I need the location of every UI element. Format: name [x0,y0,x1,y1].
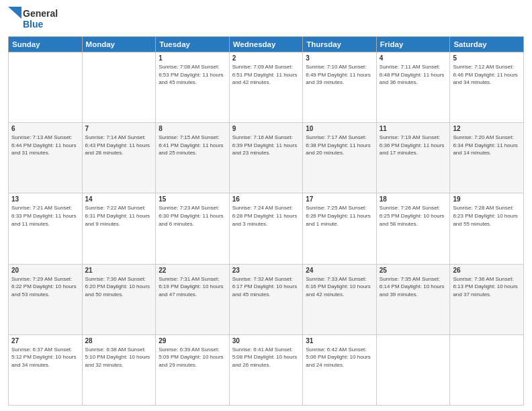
day-number: 20 [11,267,79,274]
day-number: 8 [159,125,226,132]
day-number: 5 [453,54,521,62]
day-detail: Sunrise: 6:38 AM Sunset: 5:10 PM Dayligh… [85,346,153,369]
day-detail: Sunrise: 7:15 AM Sunset: 6:41 PM Dayligh… [159,134,226,157]
day-header: Tuesday [156,37,230,52]
calendar-cell: 29Sunrise: 6:39 AM Sunset: 5:09 PM Dayli… [156,334,230,405]
day-number: 4 [380,54,447,62]
day-detail: Sunrise: 7:16 AM Sunset: 6:39 PM Dayligh… [232,134,300,157]
day-header: Saturday [450,37,524,52]
day-number: 23 [232,267,300,274]
header: General Blue [8,7,524,31]
day-detail: Sunrise: 7:24 AM Sunset: 6:28 PM Dayligh… [232,204,300,228]
calendar-cell: 13Sunrise: 7:21 AM Sunset: 6:33 PM Dayli… [9,193,83,264]
calendar-cell: 8Sunrise: 7:15 AM Sunset: 6:41 PM Daylig… [156,123,230,193]
calendar-cell: 16Sunrise: 7:24 AM Sunset: 6:28 PM Dayli… [229,193,303,264]
logo-line2: Blue [23,19,58,30]
day-detail: Sunrise: 7:23 AM Sunset: 6:30 PM Dayligh… [159,204,226,228]
calendar-cell [9,52,83,123]
day-detail: Sunrise: 7:29 AM Sunset: 6:22 PM Dayligh… [11,275,79,299]
calendar-week-row: 20Sunrise: 7:29 AM Sunset: 6:22 PM Dayli… [9,264,524,334]
day-number: 11 [380,125,447,132]
calendar-cell: 18Sunrise: 7:26 AM Sunset: 6:25 PM Dayli… [376,193,450,264]
calendar-cell: 19Sunrise: 7:28 AM Sunset: 6:23 PM Dayli… [450,193,524,264]
calendar-cell: 15Sunrise: 7:23 AM Sunset: 6:30 PM Dayli… [156,193,230,264]
day-number: 10 [306,125,373,132]
day-header: Thursday [303,37,377,52]
calendar-cell: 7Sunrise: 7:14 AM Sunset: 6:43 PM Daylig… [82,123,156,193]
calendar-cell: 17Sunrise: 7:25 AM Sunset: 6:26 PM Dayli… [303,193,377,264]
day-detail: Sunrise: 7:22 AM Sunset: 6:31 PM Dayligh… [85,204,153,228]
calendar-cell: 26Sunrise: 7:36 AM Sunset: 6:13 PM Dayli… [450,264,524,334]
calendar-table: SundayMondayTuesdayWednesdayThursdayFrid… [8,36,524,406]
day-number: 6 [11,125,79,132]
logo: General Blue [8,7,58,31]
logo-line1: General [23,8,58,19]
day-header: Sunday [9,37,83,52]
day-number: 3 [306,54,373,62]
svg-marker-0 [8,7,21,19]
day-number: 28 [85,337,153,345]
calendar-week-row: 27Sunrise: 6:37 AM Sunset: 5:12 PM Dayli… [9,334,524,405]
day-number: 22 [159,267,226,274]
day-detail: Sunrise: 7:12 AM Sunset: 6:46 PM Dayligh… [453,63,521,87]
day-detail: Sunrise: 7:30 AM Sunset: 6:20 PM Dayligh… [85,275,153,299]
day-detail: Sunrise: 6:37 AM Sunset: 5:12 PM Dayligh… [11,346,79,369]
calendar-cell: 24Sunrise: 7:33 AM Sunset: 6:16 PM Dayli… [303,264,377,334]
calendar-cell: 23Sunrise: 7:32 AM Sunset: 6:17 PM Dayli… [229,264,303,334]
day-number: 27 [11,337,79,345]
calendar-cell: 21Sunrise: 7:30 AM Sunset: 6:20 PM Dayli… [82,264,156,334]
day-detail: Sunrise: 7:36 AM Sunset: 6:13 PM Dayligh… [453,275,521,299]
calendar-cell: 25Sunrise: 7:35 AM Sunset: 6:14 PM Dayli… [376,264,450,334]
day-number: 2 [232,54,300,62]
calendar-cell: 20Sunrise: 7:29 AM Sunset: 6:22 PM Dayli… [9,264,83,334]
calendar-cell: 28Sunrise: 6:38 AM Sunset: 5:10 PM Dayli… [82,334,156,405]
day-number: 19 [453,195,521,203]
calendar-cell [82,52,156,123]
day-number: 12 [453,125,521,132]
calendar-cell: 11Sunrise: 7:19 AM Sunset: 6:36 PM Dayli… [376,123,450,193]
day-detail: Sunrise: 7:09 AM Sunset: 6:51 PM Dayligh… [232,63,300,87]
day-detail: Sunrise: 7:08 AM Sunset: 6:53 PM Dayligh… [159,63,226,87]
day-number: 16 [232,195,300,203]
day-detail: Sunrise: 7:17 AM Sunset: 6:38 PM Dayligh… [306,134,373,157]
day-number: 9 [232,125,300,132]
day-number: 29 [159,337,226,345]
calendar-cell: 12Sunrise: 7:20 AM Sunset: 6:34 PM Dayli… [450,123,524,193]
calendar-week-row: 6Sunrise: 7:13 AM Sunset: 6:44 PM Daylig… [9,123,524,193]
day-detail: Sunrise: 7:11 AM Sunset: 6:48 PM Dayligh… [380,63,447,87]
calendar-cell: 22Sunrise: 7:31 AM Sunset: 6:19 PM Dayli… [156,264,230,334]
page: General Blue SundayMondayTuesdayWednesda… [0,0,532,411]
calendar-cell: 3Sunrise: 7:10 AM Sunset: 6:49 PM Daylig… [303,52,377,123]
day-number: 31 [306,337,373,345]
day-detail: Sunrise: 6:39 AM Sunset: 5:09 PM Dayligh… [159,346,226,369]
calendar-week-row: 1Sunrise: 7:08 AM Sunset: 6:53 PM Daylig… [9,52,524,123]
day-header: Friday [376,37,450,52]
day-number: 18 [380,195,447,203]
day-number: 30 [232,337,300,345]
day-detail: Sunrise: 7:14 AM Sunset: 6:43 PM Dayligh… [85,134,153,157]
day-detail: Sunrise: 7:21 AM Sunset: 6:33 PM Dayligh… [11,204,79,228]
day-detail: Sunrise: 7:31 AM Sunset: 6:19 PM Dayligh… [159,275,226,299]
day-number: 14 [85,195,153,203]
day-number: 25 [380,267,447,274]
day-number: 1 [159,54,226,62]
day-number: 17 [306,195,373,203]
calendar-cell: 14Sunrise: 7:22 AM Sunset: 6:31 PM Dayli… [82,193,156,264]
header-row: SundayMondayTuesdayWednesdayThursdayFrid… [9,37,524,52]
day-detail: Sunrise: 7:25 AM Sunset: 6:26 PM Dayligh… [306,204,373,228]
day-header: Wednesday [229,37,303,52]
calendar-cell [376,334,450,405]
calendar-cell: 10Sunrise: 7:17 AM Sunset: 6:38 PM Dayli… [303,123,377,193]
calendar-cell: 30Sunrise: 6:41 AM Sunset: 5:08 PM Dayli… [229,334,303,405]
calendar-cell: 27Sunrise: 6:37 AM Sunset: 5:12 PM Dayli… [9,334,83,405]
calendar-cell: 4Sunrise: 7:11 AM Sunset: 6:48 PM Daylig… [376,52,450,123]
day-number: 26 [453,267,521,274]
day-detail: Sunrise: 7:19 AM Sunset: 6:36 PM Dayligh… [380,134,447,157]
day-detail: Sunrise: 6:41 AM Sunset: 5:08 PM Dayligh… [232,346,300,369]
day-number: 21 [85,267,153,274]
calendar-cell: 9Sunrise: 7:16 AM Sunset: 6:39 PM Daylig… [229,123,303,193]
day-detail: Sunrise: 7:32 AM Sunset: 6:17 PM Dayligh… [232,275,300,299]
day-number: 13 [11,195,79,203]
day-detail: Sunrise: 7:20 AM Sunset: 6:34 PM Dayligh… [453,134,521,157]
day-detail: Sunrise: 7:28 AM Sunset: 6:23 PM Dayligh… [453,204,521,228]
